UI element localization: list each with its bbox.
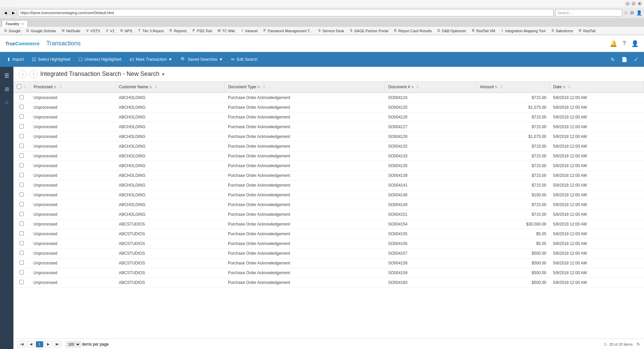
- row-checkbox[interactable]: [19, 212, 24, 216]
- star-icon[interactable]: ☆: [624, 10, 628, 15]
- address-bar[interactable]: https://hjone.truecommercestaging.com/co…: [18, 9, 554, 16]
- browser-search-bar[interactable]: Search...: [555, 9, 622, 16]
- row-checkbox-cell[interactable]: [13, 258, 30, 268]
- back-button[interactable]: ◀: [2, 10, 9, 16]
- first-page-button[interactable]: |◀: [17, 341, 26, 347]
- header-document-num[interactable]: Document # ⇅ ⠿: [385, 82, 476, 93]
- last-page-button[interactable]: ▶|: [53, 341, 62, 347]
- table-row[interactable]: Unprocessed ABCHOLDING Purchase Order Ac…: [13, 122, 644, 132]
- row-checkbox[interactable]: [19, 124, 24, 129]
- prev-page-button[interactable]: ◀: [27, 341, 35, 347]
- close-button[interactable]: ✕: [637, 1, 642, 6]
- row-checkbox[interactable]: [19, 105, 24, 109]
- row-checkbox-cell[interactable]: [13, 278, 30, 288]
- table-row[interactable]: Unprocessed ABCSTUDIOS Purchase Order Ac…: [13, 278, 644, 288]
- bookmark-intranet[interactable]: I Intranet: [238, 28, 259, 34]
- page-title-dropdown[interactable]: ▾: [162, 71, 164, 77]
- sidebar-star-icon[interactable]: ☆: [1, 96, 13, 108]
- row-checkbox-cell[interactable]: [13, 249, 30, 258]
- col-drag-processed[interactable]: ⠿: [59, 85, 62, 89]
- col-drag-customer[interactable]: ⠿: [155, 85, 158, 89]
- pagination-refresh-button[interactable]: ↻: [637, 342, 640, 347]
- table-row[interactable]: Unprocessed ABCHOLDING Purchase Order Ac…: [13, 132, 644, 142]
- col-drag-docnum[interactable]: ⠿: [416, 85, 419, 89]
- notifications-button[interactable]: 🔔: [610, 40, 617, 47]
- bookmark-integration[interactable]: I Integration Mapping Tool: [498, 28, 547, 34]
- table-row[interactable]: Unprocessed ABCSTUDIOS Purchase Order Ac…: [13, 219, 644, 229]
- tab-close-button[interactable]: ✕: [21, 22, 24, 26]
- row-checkbox-cell[interactable]: [13, 181, 30, 190]
- page-1-button[interactable]: 1: [36, 341, 43, 347]
- row-checkbox-cell[interactable]: [13, 132, 30, 142]
- select-all-checkbox[interactable]: [17, 84, 21, 89]
- row-checkbox[interactable]: [19, 134, 24, 138]
- row-checkbox[interactable]: [19, 144, 24, 148]
- row-checkbox[interactable]: [19, 221, 24, 226]
- row-checkbox-cell[interactable]: [13, 229, 30, 239]
- table-row[interactable]: Unprocessed ABCHOLDING Purchase Order Ac…: [13, 200, 644, 210]
- transactions-table-wrapper[interactable]: ⠿ Processed ⇅ ⠿ Customer Name ⇅ ⠿: [13, 82, 644, 339]
- row-checkbox[interactable]: [19, 280, 24, 284]
- header-processed[interactable]: Processed ⇅ ⠿: [30, 82, 115, 93]
- header-select-all[interactable]: ⠿: [13, 82, 30, 93]
- row-checkbox[interactable]: [19, 270, 24, 275]
- row-checkbox-cell[interactable]: [13, 103, 30, 112]
- unselect-highlighted-button[interactable]: ☐ Unselect Highlighted: [75, 55, 125, 64]
- user-profile-button[interactable]: 👤: [631, 40, 639, 47]
- select-highlighted-button[interactable]: ☑ Select Highlighted: [29, 55, 74, 64]
- table-row[interactable]: Unprocessed ABCHOLDING Purchase Order Ac…: [13, 112, 644, 122]
- row-checkbox[interactable]: [19, 202, 24, 206]
- bookmark-sage[interactable]: S SAGE Partner Portal: [347, 28, 390, 34]
- items-per-page-select[interactable]: 100 50 25: [66, 341, 81, 347]
- help-button[interactable]: ?: [623, 40, 626, 47]
- maximize-button[interactable]: □: [631, 1, 636, 6]
- row-checkbox[interactable]: [19, 231, 24, 236]
- bookmark-reportcard[interactable]: R Report Card Results: [392, 28, 433, 34]
- next-page-button[interactable]: ▶: [45, 341, 52, 347]
- table-row[interactable]: Unprocessed ABCHOLDING Purchase Order Ac…: [13, 151, 644, 161]
- expand-button[interactable]: ⤢: [631, 55, 641, 64]
- bookmark-v1[interactable]: V V1: [103, 28, 116, 34]
- bookmark-salesforce[interactable]: S Salesforce: [549, 28, 574, 34]
- forward-nav-button[interactable]: ›: [30, 70, 38, 78]
- minimize-button[interactable]: —: [625, 1, 630, 6]
- browser-tab[interactable]: Foundry ✕: [2, 20, 28, 27]
- bookmark-psd[interactable]: P PSD Tool: [190, 28, 214, 34]
- bookmark-redtail[interactable]: R RedTail: [576, 28, 597, 34]
- header-amount[interactable]: Amount ⇅ ⠿: [476, 82, 550, 93]
- table-row[interactable]: Unprocessed ABCSTUDIOS Purchase Order Ac…: [13, 249, 644, 258]
- bookmark-google[interactable]: G Google: [2, 28, 22, 34]
- row-checkbox[interactable]: [19, 260, 24, 265]
- row-checkbox-cell[interactable]: [13, 239, 30, 249]
- col-drag-date[interactable]: ⠿: [568, 85, 571, 89]
- row-checkbox-cell[interactable]: [13, 142, 30, 151]
- row-checkbox-cell[interactable]: [13, 171, 30, 181]
- bookmark-redtail-vm[interactable]: R RedTail VM: [470, 28, 496, 34]
- refresh-button[interactable]: ↻: [608, 55, 618, 64]
- header-date[interactable]: Date ⇅ ⠿: [550, 82, 644, 93]
- table-row[interactable]: Unprocessed ABCHOLDING Purchase Order Ac…: [13, 181, 644, 190]
- bookmark-vsts[interactable]: V VSTS: [84, 28, 102, 34]
- table-row[interactable]: Unprocessed ABCHOLDING Purchase Order Ac…: [13, 103, 644, 112]
- col-drag-doctype[interactable]: ⠿: [263, 85, 266, 89]
- row-checkbox[interactable]: [19, 114, 24, 119]
- col-drag-amount[interactable]: ⠿: [500, 85, 503, 89]
- table-row[interactable]: Unprocessed ABCSTUDIOS Purchase Order Ac…: [13, 229, 644, 239]
- table-row[interactable]: Unprocessed ABCHOLDING Purchase Order Ac…: [13, 142, 644, 151]
- document-button[interactable]: 📄: [619, 55, 630, 64]
- bookmark-tcwiki[interactable]: W TC Wiki: [215, 28, 236, 34]
- bookmark-dnb[interactable]: D D&B Optimizer: [435, 28, 468, 34]
- mark-transaction-button[interactable]: 🏷 Mark Transaction ▼: [126, 55, 176, 64]
- user-icon[interactable]: 👤: [636, 10, 642, 15]
- row-checkbox[interactable]: [19, 251, 24, 255]
- row-checkbox[interactable]: [19, 241, 24, 245]
- bookmark-password[interactable]: P Password Management T...: [261, 28, 314, 34]
- saved-searches-button[interactable]: 🔍 Saved Searches ▼: [177, 55, 226, 64]
- table-row[interactable]: Unprocessed ABCHOLDING Purchase Order Ac…: [13, 210, 644, 219]
- bookmark-tier3[interactable]: T Tier 3 Report: [136, 28, 165, 34]
- sidebar-grid-icon[interactable]: ⊞: [1, 83, 13, 95]
- row-checkbox[interactable]: [19, 95, 24, 99]
- table-row[interactable]: Unprocessed ABCHOLDING Purchase Order Ac…: [13, 161, 644, 171]
- edit-search-button[interactable]: ✏ Edit Search: [228, 55, 261, 64]
- row-checkbox[interactable]: [19, 163, 24, 167]
